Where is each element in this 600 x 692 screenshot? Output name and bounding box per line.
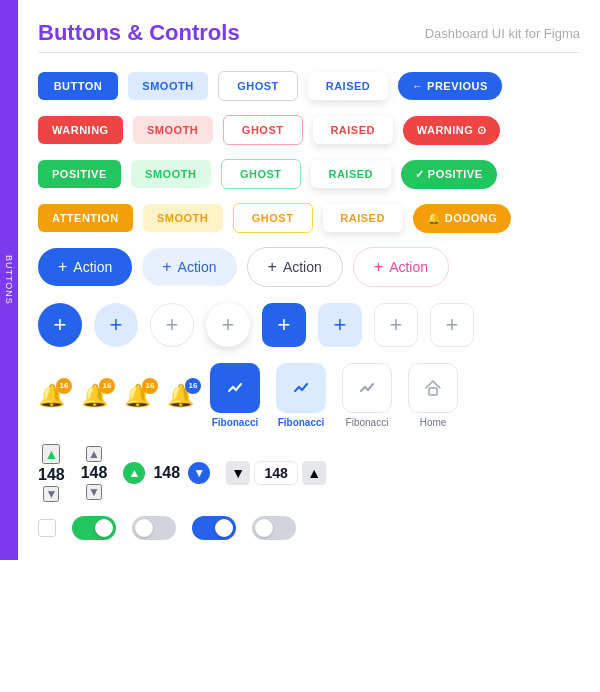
button-warning-icon[interactable]: WARNING ⊙ <box>403 116 501 145</box>
stepper-h-down[interactable]: ▼ <box>188 462 210 484</box>
toggle-row <box>38 516 580 540</box>
header-divider <box>38 52 580 53</box>
toggle-knob-2 <box>135 519 153 537</box>
button-ghost-red[interactable]: GHOST <box>223 115 303 145</box>
circle-light-blue[interactable]: + <box>94 303 138 347</box>
toggle-knob-3 <box>215 519 233 537</box>
button-raised-red[interactable]: RAISED <box>313 116 393 144</box>
side-tab-label: BUTTONS <box>4 255 14 305</box>
toggle-blue-off[interactable] <box>252 516 296 540</box>
circle-square-ghost[interactable]: + <box>374 303 418 347</box>
circle-solid-blue[interactable]: + <box>38 303 82 347</box>
fib-btn-ghost[interactable]: Fibonacci <box>342 363 392 428</box>
checkbox-empty[interactable] <box>38 519 56 537</box>
header: Buttons & Controls Dashboard UI kit for … <box>38 20 580 46</box>
action-button-row: + Action + Action + Action + Action <box>38 247 580 287</box>
stepper-1-up[interactable]: ▲ <box>42 444 60 464</box>
fib-btn-light[interactable]: Fibonacci <box>276 363 326 428</box>
stepper-1: ▲ 148 ▼ <box>38 444 65 502</box>
button-row-attention: ATTENTION SMOOTH GHOST RAISED 🔔 DODONG <box>38 203 580 233</box>
button-raised-green[interactable]: RAISED <box>311 160 391 188</box>
page-subtitle: Dashboard UI kit for Figma <box>425 26 580 41</box>
stepper-h-up[interactable]: ▲ <box>123 462 145 484</box>
stepper-input-up[interactable]: ▲ <box>302 461 326 485</box>
notif-blue[interactable]: 🔔 16 <box>167 383 194 409</box>
stepper-2: ▲ 148 ▼ <box>81 446 108 500</box>
toggle-off[interactable] <box>132 516 176 540</box>
notif-dark[interactable]: 🔔 16 <box>81 383 108 409</box>
button-previous[interactable]: ← PREVIOUS <box>398 72 502 100</box>
action-button-blue[interactable]: + Action <box>38 248 132 286</box>
action-button-light-blue[interactable]: + Action <box>142 248 236 286</box>
fib-icon-light <box>276 363 326 413</box>
stepper-h-1: ▲ 148 ▼ <box>123 462 210 484</box>
action-label-3: Action <box>283 259 322 275</box>
button-positive[interactable]: POSITIVE <box>38 160 121 188</box>
notif-badge-dark: 16 <box>99 378 115 394</box>
fib-icon-solid <box>210 363 260 413</box>
toggle-blue-on[interactable] <box>192 516 236 540</box>
stepper-row: ▲ 148 ▼ ▲ 148 ▼ ▲ 148 ▼ ▼ ▲ <box>38 444 580 502</box>
button-ghost-green[interactable]: GHOST <box>221 159 301 189</box>
button-row-warning: WARNING SMOOTH GHOST RAISED WARNING ⊙ <box>38 115 580 145</box>
stepper-input-value[interactable] <box>254 461 298 485</box>
button-warning[interactable]: WARNING <box>38 116 123 144</box>
fib-label-3: Fibonacci <box>346 417 389 428</box>
fib-btn-home[interactable]: Home <box>408 363 458 428</box>
plus-icon-4: + <box>374 258 383 276</box>
button-row-blue: BUTTON SMOOTH GHOST RAISED ← PREVIOUS <box>38 71 580 101</box>
notification-row: 🔔 16 🔔 16 🔔 16 🔔 16 Fibonacci <box>38 363 580 428</box>
button-raised-blue[interactable]: RAISED <box>308 72 388 100</box>
action-label-4: Action <box>389 259 428 275</box>
stepper-h-value-1: 148 <box>153 464 180 482</box>
notif-yellow[interactable]: 🔔 16 <box>124 383 151 409</box>
side-tab: BUTTONS <box>0 0 18 560</box>
stepper-2-down[interactable]: ▼ <box>86 484 102 500</box>
stepper-h-2: ▼ ▲ <box>226 461 326 485</box>
fib-label-4: Home <box>420 417 447 428</box>
button-smooth-yellow[interactable]: SMOOTH <box>143 204 223 232</box>
stepper-input-down[interactable]: ▼ <box>226 461 250 485</box>
plus-icon-2: + <box>162 258 171 276</box>
fib-label-2: Fibonacci <box>278 417 325 428</box>
plus-icon-3: + <box>268 258 277 276</box>
warning-icon: ⊙ <box>477 124 487 137</box>
page-title: Buttons & Controls <box>38 20 240 46</box>
circle-ghost[interactable]: + <box>150 303 194 347</box>
circle-square-white[interactable]: + <box>430 303 474 347</box>
notif-orange[interactable]: 🔔 16 <box>38 383 65 409</box>
positive-label: POSITIVE <box>428 168 483 180</box>
button-dodong[interactable]: 🔔 DODONG <box>413 204 512 233</box>
fib-icon-home <box>408 363 458 413</box>
action-button-pink[interactable]: + Action <box>353 247 449 287</box>
button-smooth-blue[interactable]: SMOOTH <box>128 72 208 100</box>
button-ghost-blue[interactable]: GHOST <box>218 71 298 101</box>
button-primary[interactable]: BUTTON <box>38 72 118 100</box>
button-row-positive: POSITIVE SMOOTH GHOST RAISED ✓ POSITIVE <box>38 159 580 189</box>
button-attention[interactable]: ATTENTION <box>38 204 133 232</box>
check-icon: ✓ <box>415 168 425 181</box>
toggle-green-on[interactable] <box>72 516 116 540</box>
stepper-2-value: 148 <box>81 464 108 482</box>
dodong-label: DODONG <box>445 212 498 224</box>
action-button-ghost[interactable]: + Action <box>247 247 343 287</box>
plus-icon-1: + <box>58 258 67 276</box>
button-positive-icon[interactable]: ✓ POSITIVE <box>401 160 497 189</box>
circle-square-light[interactable]: + <box>318 303 362 347</box>
fib-btn-solid[interactable]: Fibonacci <box>210 363 260 428</box>
button-ghost-yellow[interactable]: GHOST <box>233 203 313 233</box>
button-raised-yellow[interactable]: RAISED <box>323 204 403 232</box>
action-label-1: Action <box>73 259 112 275</box>
notif-badge-blue: 16 <box>185 378 201 394</box>
main-content: Buttons & Controls Dashboard UI kit for … <box>18 0 600 560</box>
page-wrapper: BUTTONS Buttons & Controls Dashboard UI … <box>0 0 600 560</box>
stepper-1-down[interactable]: ▼ <box>43 486 59 502</box>
stepper-2-up[interactable]: ▲ <box>86 446 102 462</box>
notif-badge-orange: 16 <box>56 378 72 394</box>
circle-square-solid[interactable]: + <box>262 303 306 347</box>
toggle-knob-1 <box>95 519 113 537</box>
circle-shadow[interactable]: + <box>206 303 250 347</box>
button-smooth-red[interactable]: SMOOTH <box>133 116 213 144</box>
svg-rect-0 <box>429 388 437 395</box>
button-smooth-green[interactable]: SMOOTH <box>131 160 211 188</box>
